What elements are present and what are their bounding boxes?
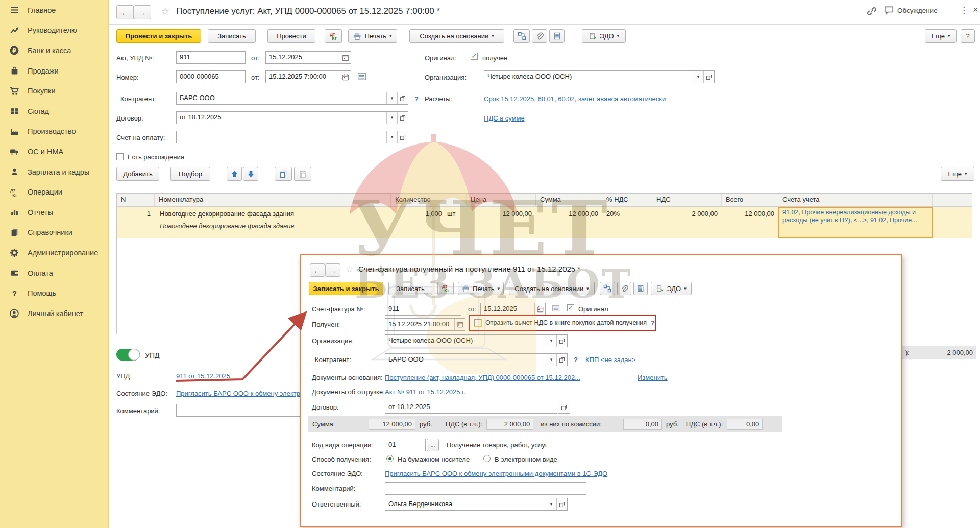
dialog-back-button[interactable]: ←: [310, 263, 325, 277]
link-icon[interactable]: [867, 6, 877, 16]
save-button[interactable]: Записать: [208, 29, 256, 43]
move-down-button[interactable]: [243, 167, 258, 181]
vat-deduction-help-icon[interactable]: ?: [651, 319, 655, 327]
dialog-forward-button[interactable]: →: [325, 263, 340, 277]
related-documents-button[interactable]: [513, 29, 530, 43]
edo-button[interactable]: ЭДО▾: [582, 29, 626, 43]
dialog-edo-button[interactable]: ЭДО▾: [651, 282, 692, 295]
cell-vat[interactable]: 2 000,00: [652, 207, 722, 238]
sidebar-item-main[interactable]: Главное: [0, 0, 108, 20]
dialog-create-based-on-button[interactable]: Создать на основании▾: [509, 282, 595, 295]
dialog-organization-field[interactable]: Четыре колеса ООО (ОСН) ▾: [385, 334, 568, 347]
schedule-icon[interactable]: [357, 72, 366, 81]
dropdown-icon[interactable]: ▾: [693, 71, 703, 83]
favorite-star-icon[interactable]: ☆: [161, 6, 169, 17]
dialog-attachments-button[interactable]: [617, 282, 631, 295]
forward-button[interactable]: →: [134, 5, 151, 19]
calendar-icon[interactable]: [534, 303, 545, 315]
dialog-contractor-help-icon[interactable]: ?: [574, 356, 578, 364]
schedule-icon[interactable]: [552, 304, 560, 313]
cell-qty[interactable]: 1,000 шт: [391, 207, 467, 238]
dropdown-icon[interactable]: ▾: [386, 131, 397, 143]
act-date-field[interactable]: 15.12.2025: [265, 51, 351, 64]
electronic-radio[interactable]: [483, 455, 491, 462]
cell-price[interactable]: 12 000,00: [467, 207, 536, 238]
number-field[interactable]: 0000-000065: [176, 70, 246, 83]
original-checkbox[interactable]: ✓: [471, 53, 478, 60]
kpp-link[interactable]: КПП <не задан>: [585, 356, 635, 364]
act-number-field[interactable]: 911: [176, 51, 246, 64]
operation-code-field[interactable]: 01: [385, 439, 426, 451]
sidebar-item-help[interactable]: ? Помощь: [0, 283, 108, 303]
cell-amount[interactable]: 12 000,00: [536, 207, 602, 238]
sidebar-item-fixed-assets[interactable]: ОС и НМА: [0, 141, 108, 162]
discussion-button[interactable]: Обсуждение: [884, 6, 938, 15]
copy-rows-button[interactable]: [275, 167, 292, 181]
sidebar-item-purchases[interactable]: Покупки: [0, 81, 108, 101]
paper-radio[interactable]: [386, 455, 394, 462]
post-button[interactable]: Провести: [267, 29, 315, 43]
more-button[interactable]: Еще▾: [925, 29, 957, 43]
cell-nomenclature[interactable]: Новогоднее декорирование фасада здания Н…: [155, 207, 391, 238]
dtkt-button[interactable]: ДтКт: [325, 29, 342, 43]
dialog-related-documents-button[interactable]: [600, 282, 615, 295]
report-button[interactable]: [549, 29, 565, 43]
open-icon[interactable]: [558, 401, 570, 413]
sidebar-item-payment[interactable]: Оплата: [0, 263, 108, 283]
dialog-save-close-button[interactable]: Записать и закрыть: [309, 282, 383, 295]
contractor-help-icon[interactable]: ?: [414, 95, 419, 103]
create-based-on-button[interactable]: Создать на основании▾: [409, 29, 504, 43]
dropdown-icon[interactable]: ▾: [386, 112, 397, 124]
change-link[interactable]: Изменить: [638, 374, 668, 381]
calendar-icon[interactable]: [340, 52, 351, 63]
invoice-date-field[interactable]: 15.12.2025: [480, 303, 546, 316]
operation-code-pick-button[interactable]: ...: [427, 439, 439, 451]
close-icon[interactable]: ×: [973, 5, 978, 15]
dialog-save-button[interactable]: Записать: [388, 282, 432, 295]
cell-total[interactable]: 12 000,00: [722, 207, 778, 238]
sidebar-item-administration[interactable]: Администрирование: [0, 243, 108, 263]
number-date-field[interactable]: 15.12.2025 7:00:00: [265, 70, 351, 83]
kebab-menu-icon[interactable]: ⋮: [960, 5, 968, 15]
sidebar-item-manager[interactable]: Руководителю: [0, 20, 108, 41]
dialog-original-checkbox[interactable]: ✓: [567, 304, 574, 311]
dialog-edo-state-link[interactable]: Пригласить БАРС ООО к обмену электронным…: [385, 470, 607, 477]
pick-button[interactable]: Подбор: [170, 167, 210, 181]
cell-vat-rate[interactable]: 20%: [602, 207, 652, 238]
organization-field[interactable]: Четыре колеса ООО (ОСН) ▾: [484, 70, 715, 83]
vat-in-sum-link[interactable]: НДС в сумме: [484, 114, 525, 122]
cell-accounts[interactable]: 91.02, Прочие внереализационные доходы и…: [778, 207, 933, 238]
received-field[interactable]: 15.12.2025 21:00:00: [385, 318, 465, 331]
vat-deduction-checkbox[interactable]: [474, 319, 481, 326]
dropdown-icon[interactable]: ▾: [546, 354, 556, 366]
dialog-comment-field[interactable]: [385, 482, 586, 495]
sidebar-item-production[interactable]: Производство: [0, 122, 108, 142]
dialog-contract-field[interactable]: от 10.12.2025: [385, 401, 557, 414]
sidebar-item-payroll[interactable]: Зарплата и кадры: [0, 162, 108, 182]
dropdown-icon[interactable]: ▾: [546, 335, 556, 347]
open-icon[interactable]: [703, 71, 714, 83]
help-button[interactable]: ?: [961, 29, 975, 43]
table-more-button[interactable]: Еще▾: [941, 167, 974, 181]
sidebar-item-account[interactable]: Личный кабинет: [0, 303, 108, 324]
dialog-report-button[interactable]: [633, 282, 648, 295]
discrepancies-checkbox[interactable]: [116, 153, 124, 160]
sidebar-item-sales[interactable]: Продажи: [0, 61, 108, 81]
back-button[interactable]: ←: [116, 5, 134, 19]
invoice-number-field[interactable]: 911: [385, 303, 461, 316]
attachments-button[interactable]: [532, 29, 547, 43]
settlements-link[interactable]: Срок 15.12.2025, 60.01, 60.02, зачет ава…: [484, 95, 666, 103]
calendar-icon[interactable]: [340, 71, 351, 83]
dropdown-icon[interactable]: ▾: [546, 498, 556, 510]
sidebar-item-reports[interactable]: Отчеты: [0, 202, 108, 223]
open-icon[interactable]: [397, 112, 408, 124]
contractor-field[interactable]: БАРС ООО ▾: [176, 92, 408, 105]
open-icon[interactable]: [397, 92, 408, 104]
dialog-favorite-star-icon[interactable]: ☆: [346, 264, 353, 274]
contract-field[interactable]: от 10.12.2025 ▾: [176, 111, 408, 124]
dialog-dtkt-button[interactable]: ДтКт: [437, 282, 454, 295]
dialog-print-button[interactable]: Печать▾: [458, 282, 504, 295]
post-and-close-button[interactable]: Провести и закрыть: [116, 29, 201, 43]
shipping-documents-link[interactable]: Акт № 911 от 15.12.2025 г.: [385, 388, 465, 396]
open-icon[interactable]: [556, 354, 567, 366]
